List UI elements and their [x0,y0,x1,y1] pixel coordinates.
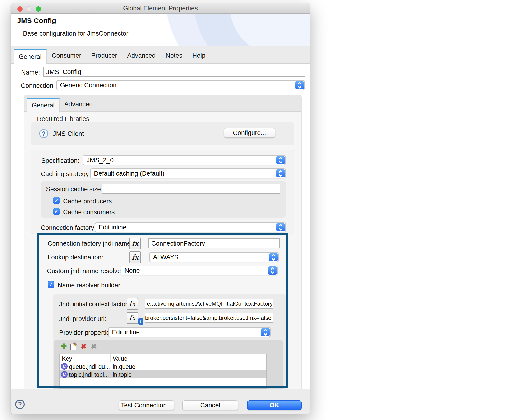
name-label: Name: [21,69,40,76]
chevron-stepper-icon[interactable] [276,156,285,164]
main-tab-bar: General Consumer Producer Advanced Notes… [11,45,310,64]
page-subtitle: Base configuration for JmsConnector [23,30,128,37]
chevron-stepper-icon[interactable] [276,169,285,178]
connection-tab-bar: General Advanced [24,95,302,112]
caching-strategy-label: Caching strategy [41,170,89,178]
cache-producers-checkbox[interactable]: ✓ [53,197,60,204]
connection-factory-select-value: Edit inline [99,224,126,231]
session-cache-size-input[interactable] [102,184,280,194]
connection-select[interactable]: Generic Connection [56,80,305,90]
title-bar: Global Element Properties [11,3,310,14]
connection-factory-select[interactable]: Edit inline [95,222,286,232]
tab-help[interactable]: Help [187,49,211,63]
specification-select[interactable]: JMS_2_0 [83,155,286,165]
specification-select-value: JMS_2_0 [87,157,114,164]
dialog-footer: ? Test Connection... Cancel OK [11,389,310,414]
cache-producers-label: Cache producers [63,198,112,205]
tab-advanced[interactable]: Advanced [122,49,161,63]
caching-strategy-select[interactable]: Default caching (Default) [90,168,286,179]
help-icon[interactable]: ? [15,400,25,409]
cache-consumers-checkbox[interactable]: ✓ [53,208,60,215]
library-help-icon[interactable]: ? [39,129,48,138]
required-libraries-panel: ? JMS Client Configure... [31,122,294,145]
tab-general[interactable]: General [14,49,47,64]
tab-connection-advanced[interactable]: Advanced [59,98,97,111]
check-icon: ✓ [54,198,59,203]
close-button[interactable] [17,6,22,12]
tab-connection-general[interactable]: General [27,98,59,112]
tab-producer[interactable]: Producer [86,49,122,63]
session-cache-panel: Session cache size: ✓ Cache producers ✓ … [41,181,286,218]
test-connection-button[interactable]: Test Connection... [118,400,174,410]
connection-label: Connection [21,82,53,90]
zoom-button[interactable] [36,6,41,12]
global-element-properties-dialog: Global Element Properties JMS Config Bas… [11,3,310,414]
ok-button[interactable]: OK [247,400,302,410]
tab-consumer[interactable]: Consumer [47,49,86,63]
configure-button[interactable]: Configure... [224,128,275,138]
general-settings-panel: Specification: JMS_2_0 Caching strategy … [31,150,294,234]
connection-select-value: Generic Connection [60,82,117,89]
page-title: JMS Config [17,17,56,25]
screen: Global Element Properties JMS Config Bas… [0,0,508,420]
name-input[interactable] [43,67,305,77]
cancel-button[interactable]: Cancel [182,400,238,410]
chevron-stepper-icon[interactable] [276,223,285,231]
dialog-header: JMS Config Base configuration for JmsCon… [11,14,310,45]
highlight-box [37,233,288,388]
minimize-button[interactable] [27,6,32,12]
specification-label: Specification: [41,157,80,165]
library-name-label: JMS Client [53,130,84,138]
chevron-stepper-icon[interactable] [295,81,304,89]
caching-strategy-select-value: Default caching (Default) [94,170,164,177]
connection-factory-label: Connection factory [41,224,94,232]
cache-consumers-label: Cache consumers [63,209,115,216]
session-cache-size-label: Session cache size: [46,186,103,193]
window-title: Global Element Properties [123,5,198,12]
check-icon: ✓ [54,209,59,214]
required-libraries-label: Required Libraries [37,115,89,123]
tab-notes[interactable]: Notes [161,49,187,63]
